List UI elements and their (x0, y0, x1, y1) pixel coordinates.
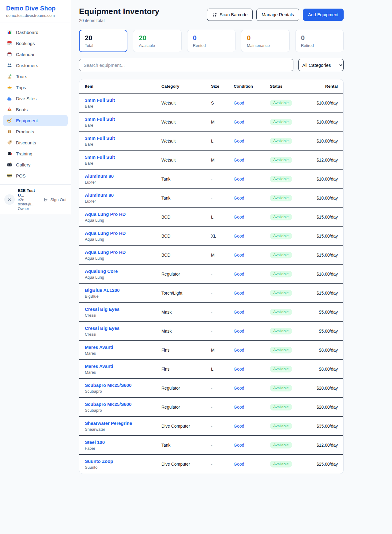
sidebar-item-trips[interactable]: Trips (3, 82, 68, 93)
sidebar-nav: Dashboard17BookingsCalendarCustomersTour… (0, 22, 71, 184)
size-cell: - (211, 405, 234, 410)
item-link[interactable]: Cressi Big Eyes (85, 326, 119, 331)
avatar (4, 194, 15, 205)
condition-link[interactable]: Good (234, 329, 244, 334)
item-link[interactable]: Aqua Lung Pro HD (85, 231, 126, 236)
sidebar-item-label: POS (16, 173, 26, 178)
sidebar-item-discounts[interactable]: Discounts (3, 137, 68, 148)
item-link[interactable]: Mares Avanti (85, 364, 113, 369)
brand-title: Demo Dive Shop (6, 5, 65, 12)
condition-cell: Good (234, 176, 270, 182)
condition-link[interactable]: Good (234, 234, 244, 238)
condition-link[interactable]: Good (234, 120, 244, 124)
condition-link[interactable]: Good (234, 272, 244, 277)
condition-cell: Good (234, 138, 270, 144)
status-cell: Available (270, 461, 316, 467)
item-link[interactable]: Shearwater Peregrine (85, 421, 132, 426)
condition-link[interactable]: Good (234, 462, 244, 467)
stat-card-total[interactable]: 20Total (79, 30, 127, 52)
condition-link[interactable]: Good (234, 348, 244, 353)
status-cell: Available (270, 119, 316, 125)
category-cell: Wetsuit (161, 120, 211, 124)
stat-card-available[interactable]: 20Available (133, 30, 181, 52)
condition-link[interactable]: Good (234, 367, 244, 372)
item-link[interactable]: Cressi Big Eyes (85, 307, 119, 312)
item-brand: Bare (85, 104, 161, 109)
sidebar-item-customers[interactable]: Customers (3, 60, 68, 71)
condition-link[interactable]: Good (234, 177, 244, 181)
manage-rentals-button[interactable]: Manage Rentals (256, 9, 299, 21)
condition-link[interactable]: Good (234, 424, 244, 429)
condition-link[interactable]: Good (234, 443, 244, 448)
status-badge: Available (270, 366, 292, 372)
item-link[interactable]: Aqua Lung Pro HD (85, 250, 126, 255)
user-role: Owner (18, 207, 40, 211)
item-link[interactable]: Aluminum 80 (85, 193, 114, 198)
condition-cell: Good (234, 252, 270, 258)
sidebar-item-dive-sites[interactable]: Dive Sites (3, 93, 68, 104)
condition-link[interactable]: Good (234, 196, 244, 200)
item-link[interactable]: Aqualung Core (85, 269, 118, 274)
stat-label: Available (139, 43, 175, 48)
brand-domain: demo.test.divestreams.com (6, 13, 65, 18)
stat-card-maintenance[interactable]: 0Maintenance (241, 30, 289, 52)
search-input[interactable] (79, 59, 293, 71)
condition-cell: Good (234, 271, 270, 277)
category-cell: BCD (161, 234, 211, 238)
category-cell: Regulator (161, 272, 211, 277)
condition-link[interactable]: Good (234, 158, 244, 162)
condition-link[interactable]: Good (234, 386, 244, 391)
add-equipment-button[interactable]: Add Equipment (303, 9, 344, 21)
item-link[interactable]: 3mm Full Suit (85, 116, 115, 122)
status-badge: Available (270, 404, 292, 410)
status-badge: Available (270, 290, 292, 296)
rental-cell: $8.00/day (316, 348, 338, 353)
scan-barcode-button[interactable]: Scan Barcode (207, 9, 253, 21)
item-cell: Aqua Lung Pro HDAqua Lung (85, 212, 161, 223)
category-cell: Mask (161, 310, 211, 315)
item-link[interactable]: 3mm Full Suit (85, 97, 115, 103)
sidebar-item-equipment[interactable]: Equipment (3, 115, 68, 126)
brand-block: Demo Dive Shop demo.test.divestreams.com (0, 0, 71, 22)
condition-cell: Good (234, 442, 270, 448)
condition-link[interactable]: Good (234, 253, 244, 257)
item-link[interactable]: Scubapro MK25/S600 (85, 402, 132, 407)
item-link[interactable]: Suunto Zoop (85, 459, 113, 464)
status-badge: Available (270, 138, 292, 144)
category-select[interactable]: All Categories (298, 59, 344, 71)
sidebar-item-products[interactable]: Products (3, 126, 68, 137)
condition-link[interactable]: Good (234, 139, 244, 143)
sidebar-item-dashboard[interactable]: Dashboard (3, 27, 68, 38)
category-cell: Tank (161, 177, 211, 181)
item-link[interactable]: BigBlue AL1200 (85, 288, 120, 293)
status-badge: Available (270, 233, 292, 239)
sidebar-item-tours[interactable]: Tours (3, 71, 68, 82)
condition-link[interactable]: Good (234, 101, 244, 105)
sidebar-item-bookings[interactable]: 17Bookings (3, 38, 68, 49)
sidebar-item-pos[interactable]: POS (3, 170, 68, 181)
item-cell: Aqua Lung Pro HDAqua Lung (85, 250, 161, 261)
rental-cell: $20.00/day (316, 386, 338, 391)
item-link[interactable]: Scubapro MK25/S600 (85, 383, 132, 388)
condition-cell: Good (234, 461, 270, 467)
condition-link[interactable]: Good (234, 291, 244, 296)
stat-card-rented[interactable]: 0Rented (187, 30, 236, 52)
item-link[interactable]: Aqua Lung Pro HD (85, 212, 126, 217)
sidebar-item-calendar[interactable]: Calendar (3, 49, 68, 60)
item-link[interactable]: 5mm Full Suit (85, 154, 115, 160)
sidebar-item-training[interactable]: Training (3, 148, 68, 159)
sign-out-button[interactable]: Sign Out (43, 197, 66, 202)
stat-card-retired[interactable]: 0Retired (295, 30, 344, 52)
condition-link[interactable]: Good (234, 215, 244, 219)
rental-cell: $10.00/day (316, 177, 338, 181)
item-link[interactable]: Aluminum 80 (85, 174, 114, 179)
condition-link[interactable]: Good (234, 310, 244, 315)
condition-link[interactable]: Good (234, 405, 244, 410)
status-cell: Available (270, 233, 316, 239)
item-link[interactable]: Steel 100 (85, 440, 105, 445)
sidebar-item-gallery[interactable]: Gallery (3, 159, 68, 170)
item-link[interactable]: 3mm Full Suit (85, 135, 115, 141)
sidebar-item-boats[interactable]: Boats (3, 104, 68, 115)
table-row: Aluminum 80LuxferTank-GoodAvailable$10.0… (79, 170, 343, 189)
item-link[interactable]: Mares Avanti (85, 345, 113, 350)
